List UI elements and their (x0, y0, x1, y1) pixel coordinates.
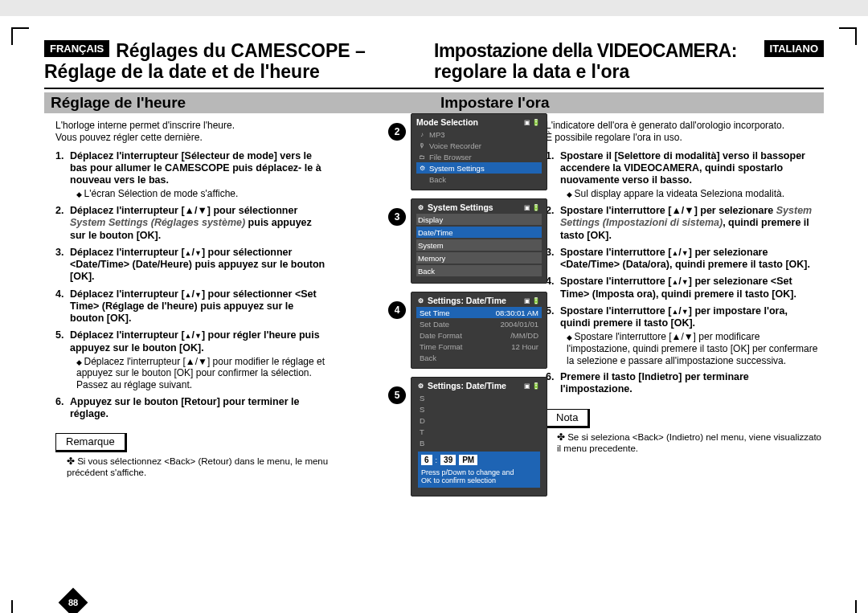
time-hour: 6 (421, 455, 432, 465)
settings-row: Set Time08:30:01 AM (416, 307, 542, 318)
device-screenshots: 2 ▣ 🔋 Mode Selection ♪MP3🎙Voice Recorder… (388, 113, 562, 505)
note-fr: Si vous sélectionnez <Back> (Retour) dan… (44, 456, 334, 478)
menu-item: Memory (416, 252, 542, 264)
status-icons: ▣ 🔋 (524, 204, 540, 211)
step-item: 5.Déplacez l'interrupteur [▲/▼] pour rég… (55, 329, 334, 390)
screen-system-settings: ▣ 🔋 ⚙System Settings DisplayDate/TimeSys… (411, 198, 547, 284)
steps-it: 1.Spostare il [Selettore di modalità] ve… (534, 150, 824, 396)
step-item: 2.Spostare l'interruttore [▲/▼] per sele… (546, 205, 824, 242)
step-badge-4: 4 (388, 301, 406, 319)
screen-mode-selection: ▣ 🔋 Mode Selection ♪MP3🎙Voice Recorder🗀F… (411, 113, 547, 190)
note-it: Se si seleziona <Back> (Indietro) nel me… (534, 431, 824, 454)
lang-badge-fr: FRANÇAIS (44, 40, 109, 57)
page-header: FRANÇAIS Réglages du CAMESCOPE – Réglage… (44, 40, 824, 89)
crop-mark-icon (11, 27, 29, 45)
menu-item: Back (416, 174, 542, 185)
time-ampm: PM (459, 455, 477, 465)
step-badge-3: 3 (388, 208, 406, 226)
col-fr: L'horloge interne permet d'inscrire l'he… (44, 116, 334, 478)
crop-mark-icon (839, 27, 857, 45)
subhead-fr: Réglage de l'heure (44, 92, 434, 113)
menu-item: Back (416, 265, 542, 276)
step-item: 3.Déplacez l'interrupteur [▲/▼] pour sél… (55, 247, 334, 284)
title-fr-line2: Réglage de la date et de l'heure (44, 61, 434, 83)
settings-row: Date Format/MM/DD (416, 329, 542, 341)
time-min: 39 (440, 455, 456, 465)
manual-page: FRANÇAIS Réglages du CAMESCOPE – Réglage… (0, 16, 868, 613)
step-item: 4.Spostare l'interruttore [▲/▼] per sele… (546, 276, 824, 300)
lang-badge-it: ITALIANO (764, 40, 824, 57)
screen-set-time-popup: ▣ 🔋 ⚙Settings: Date/Time SSDTB 6 : 39 PM… (411, 377, 547, 497)
step-item: 1.Déplacez l'interrupteur [Sélecteur de … (55, 150, 334, 200)
title-it-line2: regolare la data e l'ora (434, 61, 824, 83)
popup-help-1: Press p/Down to change and (421, 468, 537, 476)
menu-item: System (416, 239, 542, 251)
title-fr-line1: Réglages du CAMESCOPE – (116, 40, 366, 61)
step-badge-5: 5 (388, 386, 406, 404)
status-icons: ▣ 🔋 (524, 297, 540, 304)
step-item: 3.Spostare l'interruttore [▲/▼] per sele… (546, 247, 824, 272)
step-item: 6.Appuyez sur le bouton [Retour] pour te… (55, 396, 334, 421)
screen-title: ⚙Settings: Date/Time (416, 381, 542, 390)
screen-title: ⚙Settings: Date/Time (416, 296, 542, 305)
intro-fr: L'horloge interne permet d'inscrire l'he… (55, 120, 334, 143)
menu-item: Date/Time (416, 227, 542, 238)
status-icons: ▣ 🔋 (524, 382, 540, 390)
settings-row: Back (416, 352, 542, 363)
popup-help-2: OK to confirm selection (421, 476, 537, 484)
menu-item: 🗀File Browser (416, 151, 542, 162)
title-it-line1: Impostazione della VIDEOCAMERA: (434, 40, 737, 61)
status-icons: ▣ 🔋 (524, 119, 540, 126)
menu-item: ⚙System Settings (416, 162, 542, 174)
header-fr: FRANÇAIS Réglages du CAMESCOPE – Réglage… (44, 40, 434, 83)
body: L'horloge interne permet d'inscrire l'he… (44, 116, 824, 478)
step-item: 6.Premere il tasto [Indietro] per termin… (546, 371, 824, 396)
step-item: 4.Déplacez l'interrupteur [▲/▼] pour sél… (55, 288, 334, 325)
screen-title: Mode Selection (416, 117, 542, 127)
steps-fr: 1.Déplacez l'interrupteur [Sélecteur de … (44, 150, 334, 421)
step-item: 1.Spostare il [Selettore di modalità] ve… (546, 150, 824, 200)
step-item: 5.Spostare l'interruttore [▲/▼] per impo… (546, 305, 824, 366)
time-popup: 6 : 39 PM Press p/Down to change and OK … (418, 452, 540, 488)
settings-row: Time Format12 Hour (416, 341, 542, 352)
step-item: 2.Déplacez l'interrupteur [▲/▼] pour sél… (55, 205, 334, 242)
header-it: Impostazione della VIDEOCAMERA: ITALIANO… (434, 40, 824, 83)
crop-mark-icon (11, 600, 29, 613)
screen-title: ⚙System Settings (416, 202, 542, 212)
step-badge-2: 2 (388, 123, 406, 141)
intro-it: L'indicatore dell'ora è generato dall'or… (546, 120, 824, 143)
menu-item: ♪MP3 (416, 129, 542, 140)
menu-item: 🎙Voice Recorder (416, 140, 542, 151)
col-it: L'indicatore dell'ora è generato dall'or… (534, 116, 824, 478)
menu-item: Display (416, 214, 542, 225)
screen-settings-datetime: ▣ 🔋 ⚙Settings: Date/Time Set Time08:30:0… (411, 292, 547, 369)
note-label-fr: Remarque (55, 433, 127, 452)
page-number: 88 (59, 588, 88, 613)
settings-row: Set Date2004/01/01 (416, 318, 542, 329)
crop-mark-icon (839, 600, 857, 613)
subhead-it: Impostare l'ora (434, 92, 824, 113)
